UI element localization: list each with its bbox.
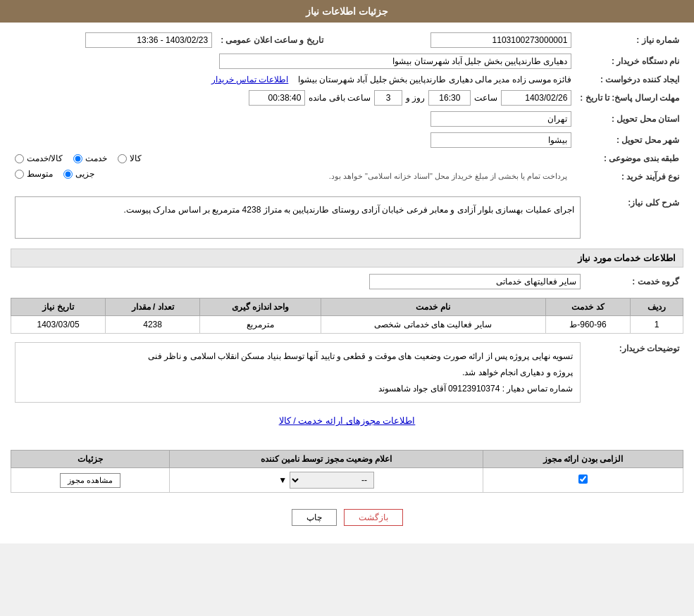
col-code: کد خدمت — [545, 298, 631, 316]
license-status-cell: -- ▼ — [170, 468, 483, 493]
cell-row: 1 — [631, 316, 683, 334]
reply-date-input[interactable] — [501, 90, 571, 106]
process-jozvi-radio[interactable] — [63, 170, 73, 179]
cell-code: 960-96-ط — [545, 316, 631, 334]
cell-name: سایر فعالیت های خدماتی شخصی — [321, 316, 545, 334]
requester-value: فائزه موسی زاده مدیر مالی دهیاری طارندپا… — [298, 75, 572, 84]
table-row: 1 960-96-ط سایر فعالیت های خدماتی شخصی م… — [11, 316, 683, 334]
need-description-box: اجرای عملیات بهسازی بلوار آزادی و معابر … — [15, 196, 581, 239]
reply-days-label: روز و — [406, 93, 425, 103]
buyer-name-input[interactable] — [219, 54, 571, 69]
license-col-required: الزامی بودن ارائه مجوز — [483, 451, 683, 468]
col-name: نام خدمت — [321, 298, 545, 316]
view-license-button[interactable]: مشاهده مجوز — [60, 473, 120, 488]
category-kala-khadamat-label: کالا/خدمت — [27, 153, 63, 163]
license-status-select[interactable]: -- — [290, 472, 374, 489]
category-khadamat-radio[interactable] — [73, 154, 82, 163]
license-link-text[interactable]: اطلاعات مجوزهای ارائه خدمت / کالا — [279, 415, 416, 426]
process-label: نوع فرآیند خرید : — [576, 166, 683, 187]
reply-remaining-label: ساعت باقی مانده — [309, 93, 371, 103]
cell-date: 1403/03/05 — [11, 316, 106, 334]
page-header: جزئیات اطلاعات نیاز — [0, 0, 694, 23]
reply-remaining-input[interactable] — [249, 90, 305, 106]
license-required-cell — [483, 468, 683, 493]
reply-days-input[interactable] — [374, 90, 402, 106]
buyer-desc-text2: پروژه و دهیاری انجام خواهد شد. — [462, 367, 573, 377]
license-col-details: جزئیات — [11, 451, 170, 468]
process-moutasat-radio[interactable] — [15, 170, 24, 179]
announce-date-input[interactable] — [85, 32, 212, 48]
reply-time-label: ساعت — [474, 93, 497, 103]
contact-link[interactable]: اطلاعات تماس خریدار — [211, 75, 289, 84]
category-kala-khadamat-option[interactable]: کالا/خدمت — [15, 153, 63, 163]
need-desc-label: شرح کلی نیاز: — [585, 194, 683, 241]
category-kala-radio[interactable] — [118, 154, 127, 163]
need-number-label: شماره نیاز : — [576, 30, 683, 51]
category-kala-khadamat-radio[interactable] — [15, 154, 24, 163]
province-label: استان محل تحویل : — [576, 108, 683, 130]
services-table: ردیف کد خدمت نام خدمت واحد اندازه گیری ت… — [11, 298, 683, 334]
col-amount: تعداد / مقدار — [106, 298, 200, 316]
reply-date-label: مهلت ارسال پاسخ: تا تاریخ : — [576, 87, 683, 108]
chevron-icon: ▼ — [278, 475, 287, 485]
city-label: شهر محل تحویل : — [576, 130, 683, 151]
category-khadamat-option[interactable]: خدمت — [73, 153, 107, 163]
category-kala-option[interactable]: کالا — [118, 153, 142, 163]
col-row: ردیف — [631, 298, 683, 316]
buyer-desc-text3: شماره تماس دهیار : 09123910374 آقای جواد… — [378, 384, 573, 394]
license-required-checkbox[interactable] — [578, 474, 588, 484]
print-button[interactable]: چاپ — [292, 509, 337, 526]
process-note: پرداخت تمام یا بخشی از مبلغ خریداز محل "… — [109, 169, 571, 184]
list-item: -- ▼ مشاهده مجوز — [11, 468, 683, 493]
bottom-buttons: بازگشت چاپ — [11, 498, 683, 536]
back-button[interactable]: بازگشت — [344, 509, 403, 526]
process-jozvi-option[interactable]: جزیی — [63, 169, 94, 179]
service-group-input[interactable] — [369, 274, 581, 289]
process-moutasat-label: متوسط — [27, 169, 53, 179]
col-unit: واحد اندازه گیری — [200, 298, 321, 316]
buyer-desc-label: توضیحات خریدار: — [585, 339, 683, 406]
service-group-label: گروه خدمت : — [585, 271, 683, 292]
category-kala-label: کالا — [130, 153, 142, 163]
process-jozvi-label: جزیی — [75, 169, 94, 179]
category-khadamat-label: خدمت — [85, 153, 107, 163]
need-number-cell — [349, 30, 576, 51]
services-section-title: اطلاعات خدمات مورد نیاز — [11, 249, 683, 268]
buyer-description-box: تسویه نهایی پروژه پس از ارائه صورت وضعیت… — [15, 342, 581, 403]
license-details-cell: مشاهده مجوز — [11, 468, 170, 493]
cell-unit: مترمربع — [200, 316, 321, 334]
license-table: الزامی بودن ارائه مجوز اعلام وضعیت مجوز … — [11, 450, 683, 493]
col-date: تاریخ نیاز — [11, 298, 106, 316]
buyer-desc-text1: تسویه نهایی پروژه پس از ارائه صورت وضعیت… — [148, 351, 573, 361]
requester-label: ایجاد کننده درخواست : — [576, 72, 683, 87]
license-col-status: اعلام وضعیت مجوز توسط نامین کننده — [170, 451, 483, 468]
cell-amount: 4238 — [106, 316, 200, 334]
category-label: طبقه بندی موضوعی : — [576, 151, 683, 166]
page-title: جزئیات اطلاعات نیاز — [306, 6, 388, 17]
license-section-link[interactable]: اطلاعات مجوزهای ارائه خدمت / کالا — [11, 411, 683, 430]
province-input[interactable] — [430, 111, 571, 127]
need-number-input[interactable] — [430, 32, 571, 48]
reply-time-input[interactable] — [428, 90, 471, 106]
announce-date-label: تاریخ و ساعت اعلان عمومی : — [216, 30, 328, 51]
buyer-name-label: نام دستگاه خریدار : — [576, 51, 683, 72]
process-moutasat-option[interactable]: متوسط — [15, 169, 53, 179]
city-input[interactable] — [430, 132, 571, 148]
